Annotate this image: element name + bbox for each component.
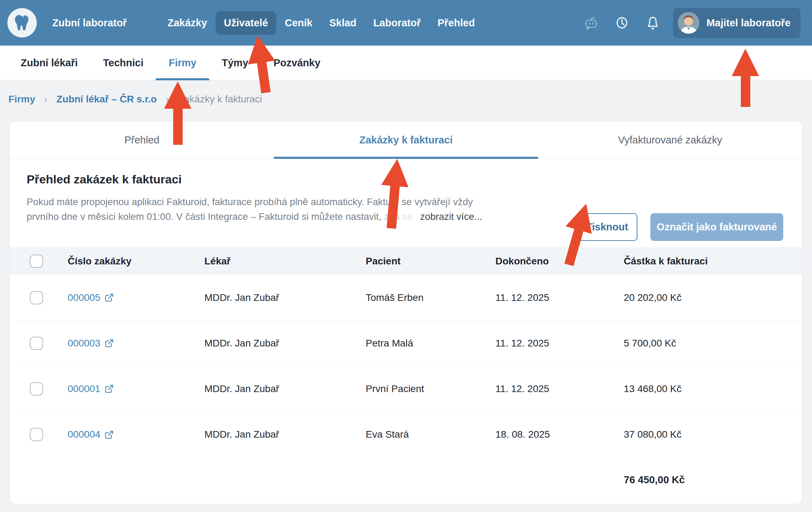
app-title: Zubní laboratoř bbox=[52, 17, 127, 29]
total-amount: 76 450,00 Kč bbox=[624, 474, 802, 486]
history-clock-icon[interactable] bbox=[614, 14, 630, 32]
chat-bot-icon[interactable] bbox=[583, 14, 599, 32]
external-link-icon bbox=[104, 430, 114, 439]
main-nav: Zakázky Uživatelé Ceník Sklad Laboratoř … bbox=[159, 11, 483, 35]
action-buttons: Tisknout Označit jako fakturované bbox=[577, 213, 783, 241]
tab-prehled[interactable]: Přehled bbox=[10, 121, 274, 159]
notifications-bell-icon[interactable] bbox=[645, 14, 661, 32]
column-header-patient: Pacient bbox=[366, 256, 495, 267]
order-link[interactable]: 000003 bbox=[68, 338, 204, 349]
patient-cell: První Pacient bbox=[366, 383, 495, 395]
doctor-cell: MDDr. Jan Zubař bbox=[204, 429, 366, 440]
description-line1: Pokud máte propojenou aplikaci Fakturoid… bbox=[27, 196, 473, 207]
table-row: 000005 MDDr. Jan Zubař Tomáš Erben 11. 1… bbox=[10, 275, 802, 321]
order-link[interactable]: 000005 bbox=[68, 292, 204, 303]
mark-invoiced-button[interactable]: Označit jako fakturované bbox=[650, 213, 783, 241]
avatar bbox=[678, 12, 699, 34]
description-line2: prvního dne v měsíci kolem 01:00. V část… bbox=[27, 211, 381, 222]
select-all-checkbox[interactable] bbox=[30, 255, 43, 268]
doctor-cell: MDDr. Jan Zubař bbox=[204, 292, 366, 303]
table-body: 000005 MDDr. Jan Zubař Tomáš Erben 11. 1… bbox=[10, 275, 802, 457]
doctor-cell: MDDr. Jan Zubař bbox=[204, 338, 366, 349]
card-tabs: Přehled Zakázky k fakturaci Vyfakturovan… bbox=[10, 121, 802, 159]
external-link-icon bbox=[104, 293, 114, 302]
table-total-row: 76 450,00 Kč bbox=[10, 457, 802, 502]
subnav-item-pozvanky[interactable]: Pozvánky bbox=[273, 46, 320, 80]
row-checkbox[interactable] bbox=[30, 428, 43, 441]
subnav-item-technici[interactable]: Technici bbox=[103, 46, 144, 80]
show-more-link[interactable]: zobrazit více... bbox=[420, 211, 482, 222]
subnav-item-tymy[interactable]: Týmy bbox=[222, 46, 248, 80]
nav-item-prehled[interactable]: Přehled bbox=[429, 11, 483, 35]
column-header-doctor: Lékař bbox=[204, 256, 366, 267]
patient-cell: Petra Malá bbox=[366, 338, 495, 349]
patient-cell: Eva Stará bbox=[366, 429, 495, 440]
page-title: Přehled zakázek k fakturaci bbox=[27, 173, 802, 186]
invoicing-card: Přehled Zakázky k fakturaci Vyfakturovan… bbox=[9, 121, 803, 504]
row-checkbox[interactable] bbox=[30, 382, 43, 396]
description-fade: se bbox=[402, 211, 413, 222]
top-navbar: Zubní laboratoř Zakázky Uživatelé Ceník … bbox=[0, 0, 812, 46]
amount-cell: 20 202,00 Kč bbox=[624, 292, 802, 303]
user-name: Majitel laboratoře bbox=[706, 17, 791, 29]
order-link[interactable]: 000001 bbox=[68, 383, 204, 395]
doctor-cell: MDDr. Jan Zubař bbox=[204, 383, 366, 395]
subnav-item-firmy[interactable]: Firmy bbox=[169, 46, 196, 80]
done-cell: 18. 08. 2025 bbox=[495, 429, 624, 440]
external-link-icon bbox=[104, 384, 114, 393]
section-header: Přehled zakázek k fakturaci Pokud máte p… bbox=[10, 159, 802, 247]
table-row: 000004 MDDr. Jan Zubař Eva Stará 18. 08.… bbox=[10, 412, 802, 457]
order-link[interactable]: 000004 bbox=[68, 429, 204, 440]
tab-zakazky-k-fakturaci[interactable]: Zakázky k fakturaci bbox=[274, 121, 538, 159]
table-row: 000001 MDDr. Jan Zubař První Pacient 11.… bbox=[10, 366, 802, 412]
patient-cell: Tomáš Erben bbox=[366, 292, 495, 303]
external-link-icon bbox=[104, 338, 114, 348]
section-description: Pokud máte propojenou aplikaci Fakturoid… bbox=[27, 195, 539, 224]
table-row: 000003 MDDr. Jan Zubař Petra Malá 11. 12… bbox=[10, 321, 802, 366]
done-cell: 11. 12. 2025 bbox=[495, 338, 624, 349]
amount-cell: 13 468,00 Kč bbox=[624, 383, 802, 395]
app-logo[interactable] bbox=[7, 8, 37, 38]
nav-item-laborator[interactable]: Laboratoř bbox=[365, 11, 429, 35]
column-header-number: Číslo zakázky bbox=[68, 256, 204, 267]
row-checkbox[interactable] bbox=[30, 337, 43, 350]
subnav-item-zubni-lekari[interactable]: Zubní lékaři bbox=[21, 46, 78, 80]
breadcrumb-separator: › bbox=[166, 94, 169, 105]
description-fade: zda bbox=[384, 211, 400, 222]
amount-cell: 37 080,00 Kč bbox=[624, 429, 802, 440]
user-menu[interactable]: Majitel laboratoře bbox=[673, 8, 800, 38]
print-button[interactable]: Tisknout bbox=[577, 213, 637, 241]
nav-item-sklad[interactable]: Sklad bbox=[321, 11, 365, 35]
users-subnav: Zubní lékaři Technici Firmy Týmy Pozvánk… bbox=[0, 46, 812, 80]
breadcrumb-separator: › bbox=[44, 94, 47, 105]
done-cell: 11. 12. 2025 bbox=[495, 292, 624, 303]
nav-item-zakazky[interactable]: Zakázky bbox=[159, 11, 216, 35]
table-header: Číslo zakázky Lékař Pacient Dokončeno Čá… bbox=[10, 247, 802, 275]
done-cell: 11. 12. 2025 bbox=[495, 383, 624, 395]
breadcrumb-current: Zakázky k fakturaci bbox=[178, 94, 262, 105]
row-checkbox[interactable] bbox=[30, 291, 43, 304]
amount-cell: 5 700,00 Kč bbox=[624, 338, 802, 349]
column-header-done: Dokončeno bbox=[495, 256, 624, 267]
nav-item-uzivatele[interactable]: Uživatelé bbox=[216, 11, 277, 35]
nav-item-cenik[interactable]: Ceník bbox=[276, 11, 321, 35]
tab-vyfakturovane-zakazky[interactable]: Vyfakturované zakázky bbox=[538, 121, 802, 159]
breadcrumb: Firmy › Zubní lékař – ČR s.r.o › Zakázky… bbox=[8, 94, 812, 105]
column-header-amount: Částka k fakturaci bbox=[624, 256, 802, 267]
breadcrumb-firmy[interactable]: Firmy bbox=[8, 94, 35, 105]
navbar-right: Majitel laboratoře bbox=[568, 8, 800, 38]
breadcrumb-company[interactable]: Zubní lékař – ČR s.r.o bbox=[56, 94, 157, 105]
tooth-icon bbox=[12, 13, 32, 33]
